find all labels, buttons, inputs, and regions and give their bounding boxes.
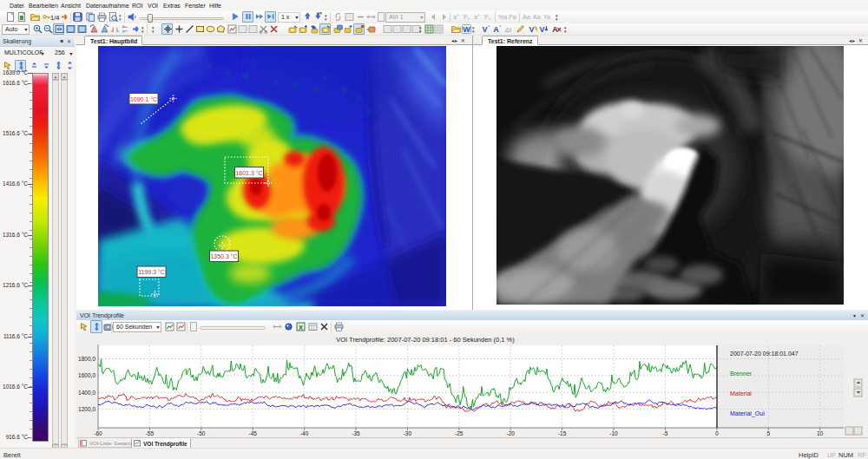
svg-text:A: A xyxy=(552,25,558,34)
svg-text:X: X xyxy=(299,324,303,331)
svg-text:A: A xyxy=(493,25,499,34)
svg-text:VOI Trendprofile: 2007-07-20 0: VOI Trendprofile: 2007-07-20 09:18:01 - … xyxy=(336,336,515,344)
svg-text:1600,0: 1600,0 xyxy=(78,372,95,378)
svg-text:V: V xyxy=(482,25,487,34)
svg-text:-50: -50 xyxy=(197,430,206,436)
svg-text:5: 5 xyxy=(766,430,770,436)
svg-text:Material_Oul: Material_Oul xyxy=(730,410,765,417)
svg-text:-30: -30 xyxy=(404,430,412,436)
svg-text:W: W xyxy=(463,25,470,34)
svg-text:1800,0: 1800,0 xyxy=(78,356,95,362)
svg-text:1200,0: 1200,0 xyxy=(78,406,95,412)
svg-text:Brenner: Brenner xyxy=(730,370,753,377)
svg-text:1199.3 °C: 1199.3 °C xyxy=(138,269,165,275)
svg-text:-35: -35 xyxy=(352,430,360,436)
svg-text:0: 0 xyxy=(715,430,719,436)
svg-text:°: ° xyxy=(488,24,490,30)
svg-text:1350.3 °C: 1350.3 °C xyxy=(210,253,237,259)
svg-text:ΔI: ΔI xyxy=(505,26,512,34)
svg-text:-20: -20 xyxy=(506,430,515,436)
svg-text:-55: -55 xyxy=(146,430,155,436)
svg-text:Material: Material xyxy=(730,390,752,397)
svg-text:-25: -25 xyxy=(455,430,464,436)
svg-text:-10: -10 xyxy=(609,430,618,436)
svg-text:-15: -15 xyxy=(558,430,567,436)
svg-text:V: V xyxy=(539,25,544,34)
svg-text:V: V xyxy=(529,25,534,34)
svg-text:°: ° xyxy=(499,24,502,30)
svg-text:-45: -45 xyxy=(248,430,257,436)
svg-text:10: 10 xyxy=(817,430,824,436)
svg-text:-60: -60 xyxy=(94,430,102,436)
svg-text:1601.3 °C: 1601.3 °C xyxy=(235,170,262,176)
svg-text:2007-07-20 09:18:01.047: 2007-07-20 09:18:01.047 xyxy=(730,351,799,357)
svg-text:1400,0: 1400,0 xyxy=(78,390,95,396)
svg-text:-40: -40 xyxy=(300,430,309,436)
svg-text:-5: -5 xyxy=(663,430,668,436)
svg-text:1090.1 °C: 1090.1 °C xyxy=(130,96,157,102)
